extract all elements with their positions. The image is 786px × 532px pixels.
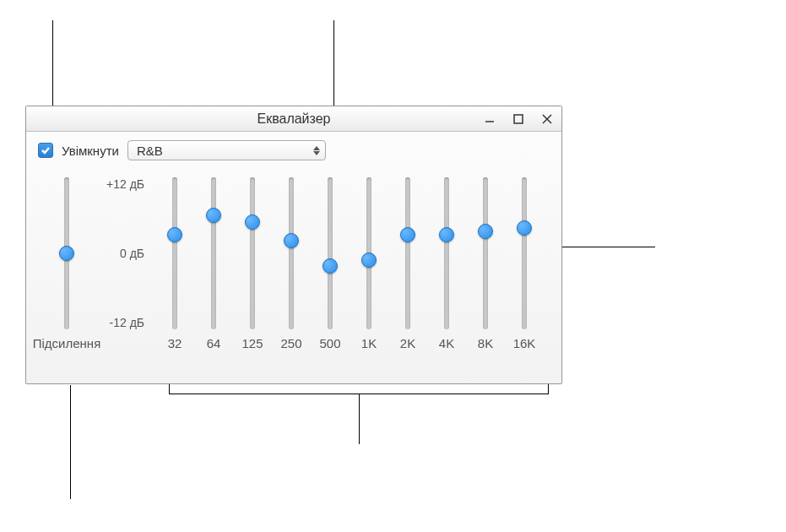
band-handle-250[interactable]	[284, 233, 299, 248]
preamp-label: Підсилення	[33, 336, 101, 350]
maximize-button[interactable]	[509, 110, 528, 128]
band-freq-label: 4K	[439, 336, 454, 350]
enable-label: Увімкнути	[62, 144, 119, 158]
controls-row: Увімкнути R&B	[26, 132, 561, 166]
band-slider-1K[interactable]	[366, 177, 371, 329]
preamp-slider[interactable]	[64, 177, 69, 329]
band-32: 32	[158, 174, 192, 370]
band-handle-4K[interactable]	[439, 227, 454, 242]
band-8K: 8K	[469, 174, 502, 370]
band-4K: 4K	[430, 174, 463, 370]
close-button[interactable]	[538, 110, 556, 128]
callout-bracket-bands	[169, 384, 549, 394]
band-slider-4K[interactable]	[444, 177, 449, 329]
band-250: 250	[274, 174, 308, 370]
db-scale-labels: +12 дБ 0 дБ -12 дБ	[92, 177, 151, 329]
band-16K: 16K	[507, 174, 541, 370]
band-handle-32[interactable]	[167, 227, 182, 242]
dropdown-arrows-icon	[313, 146, 320, 155]
callout-line-preamp	[70, 385, 71, 499]
band-1K: 1K	[352, 174, 386, 370]
band-slider-2K[interactable]	[405, 177, 410, 329]
band-freq-label: 500	[319, 336, 340, 350]
window-controls	[480, 110, 556, 128]
band-freq-label: 32	[168, 336, 182, 350]
db-min-label: -12 дБ	[92, 316, 144, 329]
db-max-label: +12 дБ	[92, 177, 144, 191]
band-freq-label: 125	[241, 336, 263, 350]
svg-marker-5	[313, 151, 320, 155]
band-slider-32[interactable]	[172, 177, 177, 329]
titlebar: Еквалайзер	[26, 106, 561, 132]
band-slider-125[interactable]	[250, 177, 255, 329]
band-freq-label: 64	[207, 336, 221, 350]
band-freq-label: 2K	[400, 336, 415, 350]
band-slider-8K[interactable]	[483, 177, 488, 329]
band-slider-500[interactable]	[328, 177, 333, 329]
band-64: 64	[197, 174, 230, 370]
band-slider-250[interactable]	[289, 177, 294, 329]
band-handle-16K[interactable]	[517, 220, 532, 236]
band-handle-2K[interactable]	[400, 227, 415, 242]
window-title: Еквалайзер	[257, 111, 330, 127]
bands-section: 32641252505001K2K4K8K16K	[151, 174, 541, 370]
band-freq-label: 1K	[361, 336, 377, 350]
band-slider-16K[interactable]	[522, 177, 527, 329]
minimize-button[interactable]	[480, 110, 499, 128]
band-freq-label: 16K	[513, 336, 536, 350]
preset-selected-value: R&B	[137, 144, 163, 158]
band-2K: 2K	[391, 174, 425, 370]
band-handle-8K[interactable]	[478, 224, 493, 239]
svg-marker-4	[313, 146, 320, 150]
enable-checkbox[interactable]	[38, 143, 53, 158]
db-mid-label: 0 дБ	[92, 247, 144, 260]
band-handle-64[interactable]	[206, 208, 221, 223]
band-slider-64[interactable]	[211, 177, 216, 329]
svg-rect-1	[514, 115, 523, 123]
band-500: 500	[313, 174, 347, 370]
equalizer-window: Еквалайзер Увімкнути R&B	[25, 106, 562, 384]
preset-select[interactable]: R&B	[127, 140, 326, 160]
band-handle-500[interactable]	[323, 258, 338, 274]
equalizer-body: Підсилення +12 дБ 0 дБ -12 дБ 3264125250…	[26, 166, 561, 380]
band-125: 125	[236, 174, 269, 370]
band-freq-label: 250	[280, 336, 301, 350]
band-handle-125[interactable]	[245, 214, 260, 230]
preamp-section: Підсилення	[41, 174, 92, 370]
band-freq-label: 8K	[478, 336, 493, 350]
preamp-handle[interactable]	[59, 246, 74, 261]
band-handle-1K[interactable]	[361, 252, 377, 268]
